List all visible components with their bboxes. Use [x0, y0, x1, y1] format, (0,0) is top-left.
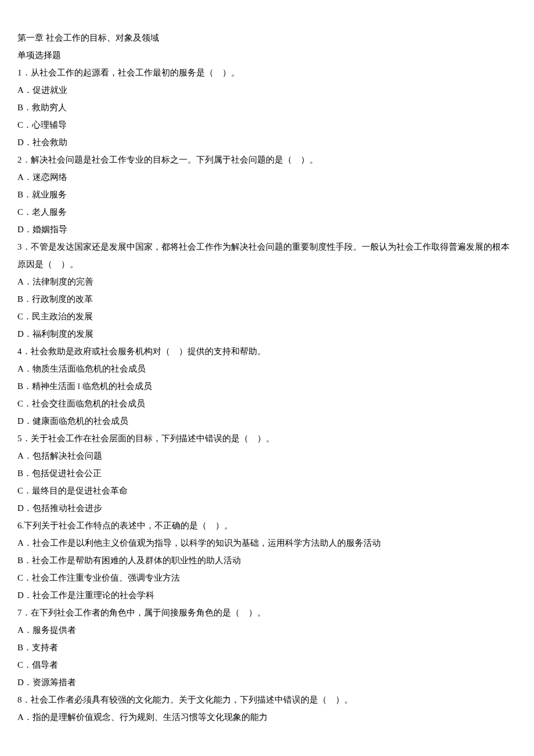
- question-stem: 4．社会救助是政府或社会服务机构对（ ）提供的支持和帮助。: [17, 343, 517, 360]
- question-stem: 5．关于社会工作在社会层面的目标，下列描述中错误的是（ ）。: [17, 430, 517, 447]
- question-option: B．行政制度的改革: [17, 290, 517, 308]
- question-option: C．最终目的是促进社会革命: [17, 482, 517, 499]
- question-option: D．资源筹措者: [17, 674, 517, 691]
- question-option: C．老人服务: [17, 203, 517, 221]
- question-option: B．救助穷人: [17, 99, 517, 116]
- question-option: D．包括推动社会进步: [17, 499, 517, 517]
- question-stem: 2．解决社会问题是社会工作专业的目标之一。下列属于社会问题的是（ ）。: [17, 151, 517, 168]
- question-stem: 7．在下列社会工作者的角色中，属于间接服务角色的是（ ）。: [17, 604, 517, 621]
- question-option: D．社会工作是注重理论的社会学科: [17, 586, 517, 604]
- question-option: D．社会救助: [17, 134, 517, 151]
- question-option: B．就业服务: [17, 186, 517, 203]
- question-option: A．法律制度的完善: [17, 273, 517, 290]
- question-option: A．促进就业: [17, 81, 517, 99]
- question-stem: 6.下列关于社会工作特点的表述中，不正确的是（ ）。: [17, 517, 517, 534]
- question-option: A．社会工作是以利他主义价值观为指导，以科学的知识为基础，运用科学方法助人的服务…: [17, 534, 517, 552]
- section-title: 单项选择题: [17, 46, 517, 64]
- question-option: A．物质生活面临危机的社会成员: [17, 360, 517, 377]
- question-option: B．包括促进社会公正: [17, 465, 517, 482]
- question-option: B．精神生活面 l 临危机的社会成员: [17, 377, 517, 395]
- question-option: C．民主政治的发展: [17, 308, 517, 325]
- question-option: C．倡导者: [17, 656, 517, 674]
- question-stem: 8．社会工作者必须具有较强的文化能力。关于文化能力，下列描述中错误的是（ ）。: [17, 691, 517, 708]
- question-option: D．福利制度的发展: [17, 325, 517, 343]
- question-option: B．社会工作是帮助有困难的人及群体的职业性的助人活动: [17, 552, 517, 569]
- question-option: B．支持者: [17, 639, 517, 656]
- question-option: A．迷恋网络: [17, 168, 517, 186]
- question-option: D．婚姻指导: [17, 221, 517, 238]
- question-option: C．心理辅导: [17, 116, 517, 134]
- question-option: A．服务提供者: [17, 621, 517, 639]
- question-stem: 3．不管是发达国家还是发展中国家，都将社会工作作为解决社会问题的重要制度性手段。…: [17, 238, 517, 273]
- question-stem: 1．从社会工作的起源看，社会工作最初的服务是（ ）。: [17, 64, 517, 81]
- question-option: D．健康面临危机的社会成员: [17, 412, 517, 430]
- question-option: C．社会交往面临危机的社会成员: [17, 395, 517, 412]
- question-option: C．社会工作注重专业价值、强调专业方法: [17, 569, 517, 586]
- question-option: A．指的是理解价值观念、行为规则、生活习惯等文化现象的能力: [17, 708, 517, 726]
- chapter-title: 第一章 社会工作的目标、对象及领域: [17, 29, 517, 46]
- question-option: A．包括解决社会问题: [17, 447, 517, 465]
